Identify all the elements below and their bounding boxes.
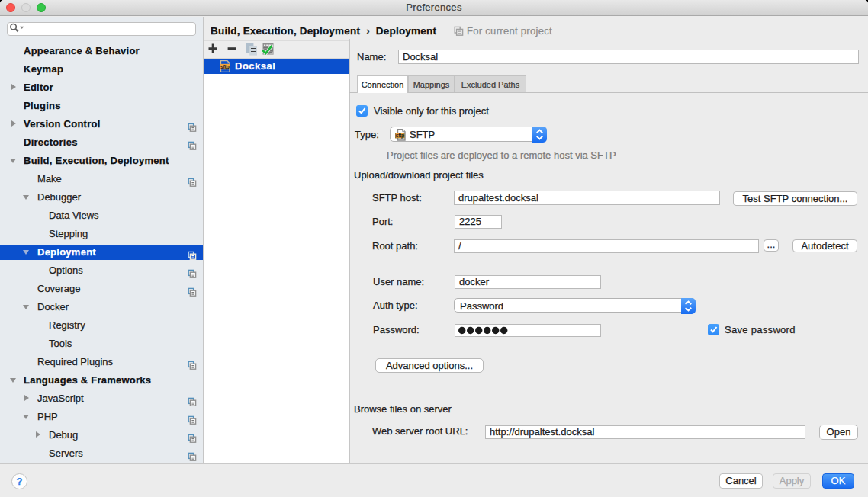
svg-text:sftp: sftp	[396, 133, 404, 139]
